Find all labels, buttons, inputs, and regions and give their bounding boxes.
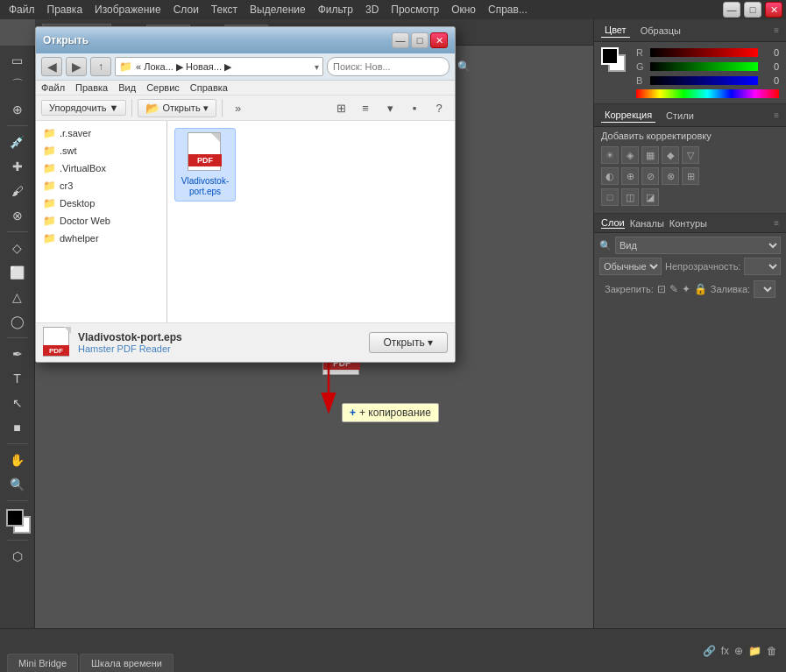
selection-tool[interactable]: ▭ <box>4 49 31 72</box>
red-slider[interactable] <box>650 48 758 57</box>
heal-tool[interactable]: ✚ <box>4 155 31 178</box>
bottom-icon-circle[interactable]: ⊕ <box>734 645 743 657</box>
help-button[interactable]: ? <box>428 98 450 117</box>
close-button[interactable]: ✕ <box>765 2 782 18</box>
correction-icon-7[interactable]: ⊕ <box>621 167 639 185</box>
tab-color[interactable]: Цвет <box>601 23 630 38</box>
open-button[interactable]: 📂 Открыть ▾ <box>138 99 216 117</box>
tab-mini-bridge[interactable]: Mini Bridge <box>7 654 78 672</box>
shape-tool[interactable]: ■ <box>4 416 31 439</box>
brush-tool[interactable]: 🖌 <box>4 180 31 202</box>
lock-transparency-icon[interactable]: ⊡ <box>657 283 666 295</box>
correction-icon-5[interactable]: ▽ <box>682 146 699 164</box>
layers-view-select[interactable]: Вид <box>615 237 781 254</box>
eyedropper-tool[interactable]: 💉 <box>4 131 31 153</box>
menu-view[interactable]: Просмотр <box>386 2 444 18</box>
color-panel-collapse[interactable]: ≡ <box>774 25 779 35</box>
nav-up-button[interactable]: ↑ <box>90 57 111 76</box>
correction-panel-collapse[interactable]: ≡ <box>774 110 779 120</box>
zoom-tool[interactable]: 🔍 <box>4 473 31 496</box>
menu-edit[interactable]: Правка <box>42 2 89 18</box>
nav-forward-button[interactable]: ▶ <box>66 57 87 76</box>
tab-swatches[interactable]: Образцы <box>637 24 684 38</box>
menu-layers[interactable]: Слои <box>168 2 204 18</box>
tree-item-desktop[interactable]: 📁 Desktop <box>36 195 166 212</box>
view-dropdown-button[interactable]: ▾ <box>379 98 400 117</box>
correction-icon-6[interactable]: ◐ <box>601 167 619 185</box>
lock-move-icon[interactable]: ✦ <box>682 283 690 295</box>
tree-item-doctorweb[interactable]: 📁 Doctor Web <box>36 212 166 230</box>
lock-all-icon[interactable]: 🔒 <box>694 283 707 295</box>
tab-channels[interactable]: Каналы <box>630 218 664 229</box>
tree-item-virtualbox[interactable]: 📁 .VirtualBox <box>36 159 166 177</box>
nav-path-dropdown-icon[interactable]: ▾ <box>315 62 319 72</box>
color-swatches[interactable] <box>4 509 31 535</box>
dialog-menu-file[interactable]: Файл <box>41 82 65 93</box>
menu-filter[interactable]: Фильтр <box>313 2 358 18</box>
path-select-tool[interactable]: ↖ <box>4 392 31 414</box>
correction-icon-1[interactable]: ☀ <box>601 146 619 164</box>
minimize-button[interactable]: — <box>723 2 740 18</box>
color-swatch-foreground[interactable] <box>601 47 619 65</box>
dialog-menu-help[interactable]: Справка <box>190 82 228 93</box>
correction-icon-11[interactable]: □ <box>601 188 619 206</box>
lock-paint-icon[interactable]: ✎ <box>669 283 678 295</box>
bottom-icon-folder[interactable]: 📁 <box>748 645 761 657</box>
blur-tool[interactable]: △ <box>4 286 31 308</box>
file-item-vladivostok[interactable]: PDF Vladivostok-port.eps <box>174 128 236 202</box>
tab-paths[interactable]: Контуры <box>669 218 707 229</box>
search-box[interactable]: 🔍 <box>327 57 450 76</box>
dialog-menu-view[interactable]: Вид <box>118 82 136 93</box>
tab-timeline[interactable]: Шкала времени <box>80 654 173 672</box>
layers-panel-collapse[interactable]: ≡ <box>774 218 779 228</box>
correction-icon-13[interactable]: ◪ <box>641 188 659 206</box>
tree-item-cr3[interactable]: 📁 cr3 <box>36 177 166 195</box>
correction-icon-3[interactable]: ▦ <box>641 146 659 164</box>
color-spectrum[interactable] <box>636 89 779 98</box>
more-button[interactable]: » <box>228 98 249 117</box>
tree-item-rsaver[interactable]: 📁 .r.saver <box>36 124 166 142</box>
view-panel-button[interactable]: ▪ <box>404 98 425 117</box>
maximize-button[interactable]: □ <box>744 2 761 18</box>
menu-help[interactable]: Справ... <box>483 2 533 18</box>
view-list-button[interactable]: ≡ <box>355 98 376 117</box>
eraser-tool[interactable]: ◇ <box>4 237 31 259</box>
crop-tool[interactable]: ⊕ <box>4 98 31 121</box>
search-input[interactable] <box>333 61 454 72</box>
nav-path-box[interactable]: 📁 « Лока... ▶ Новая... ▶ ▾ <box>115 57 323 76</box>
foreground-color[interactable] <box>6 509 24 527</box>
quick-mask-toggle[interactable]: ⬡ <box>4 545 31 568</box>
correction-icon-9[interactable]: ⊗ <box>662 167 679 185</box>
fill-select[interactable] <box>754 280 775 298</box>
layers-blend-mode-select[interactable]: Обычные <box>599 258 662 275</box>
dodge-tool[interactable]: ◯ <box>4 310 31 333</box>
correction-icon-2[interactable]: ◈ <box>621 146 639 164</box>
green-slider[interactable] <box>650 62 758 71</box>
blue-slider[interactable] <box>650 76 758 85</box>
lasso-tool[interactable]: ⌒ <box>4 74 31 96</box>
nav-back-button[interactable]: ◀ <box>41 57 62 76</box>
bottom-icon-trash[interactable]: 🗑 <box>767 645 777 657</box>
dialog-menu-service[interactable]: Сервис <box>146 82 180 93</box>
gradient-tool[interactable]: ⬜ <box>4 261 31 284</box>
tab-layers[interactable]: Слои <box>601 217 625 229</box>
menu-image[interactable]: Изображение <box>89 2 166 18</box>
dialog-minimize-btn[interactable]: — <box>392 32 409 48</box>
opacity-select[interactable] <box>744 258 781 275</box>
menu-select[interactable]: Выделение <box>244 2 311 18</box>
tree-item-dwhelper[interactable]: 📁 dwhelper <box>36 230 166 247</box>
open-file-button[interactable]: Открыть ▾ <box>369 332 448 353</box>
hand-tool[interactable]: ✋ <box>4 449 31 471</box>
text-tool[interactable]: T <box>4 367 31 390</box>
bottom-icon-fx[interactable]: fx <box>721 645 729 657</box>
dialog-maximize-btn[interactable]: □ <box>411 32 428 48</box>
menu-window[interactable]: Окно <box>446 2 481 18</box>
tab-styles[interactable]: Стили <box>662 109 697 123</box>
correction-icon-10[interactable]: ⊞ <box>682 167 699 185</box>
correction-icon-4[interactable]: ◆ <box>662 146 679 164</box>
menu-file[interactable]: Файл <box>4 2 40 18</box>
tab-correction[interactable]: Коррекция <box>601 108 655 123</box>
correction-icon-12[interactable]: ◫ <box>621 188 639 206</box>
menu-3d[interactable]: 3D <box>360 2 384 18</box>
tree-item-swt[interactable]: 📁 .swt <box>36 142 166 159</box>
